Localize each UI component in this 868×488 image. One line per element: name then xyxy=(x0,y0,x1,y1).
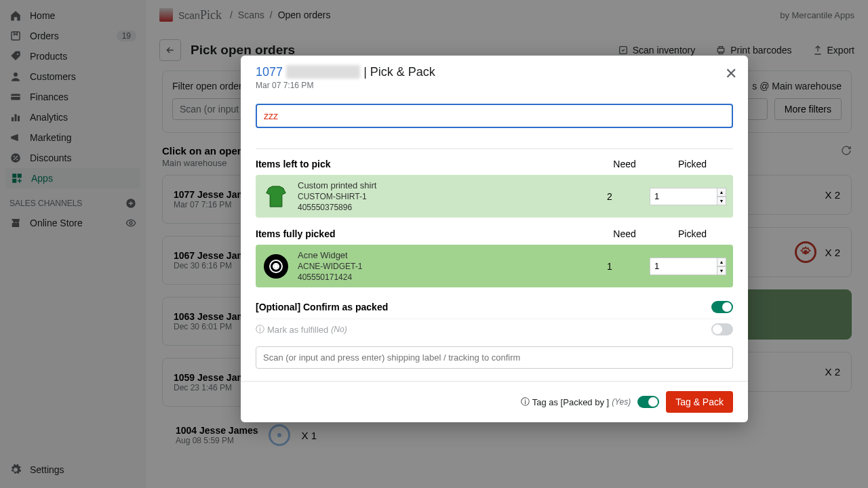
help-icon[interactable]: ⓘ xyxy=(521,396,530,408)
tag-packed-label: ⓘ Tag as [Packed by ] (Yes) xyxy=(521,396,631,408)
pick-pack-modal: 1077 Jesse James | Pick & Pack Mar 07 7:… xyxy=(241,56,748,422)
modal-title: 1077 Jesse James | Pick & Pack xyxy=(256,65,733,79)
step-down-icon[interactable]: ▼ xyxy=(717,197,726,205)
item-row: Acne Widget ACNE-WIDGET-1 405550171424 1… xyxy=(256,245,733,287)
mark-fulfilled-toggle[interactable] xyxy=(711,323,733,336)
modal-order-id[interactable]: 1077 xyxy=(256,65,283,79)
confirm-packed-toggle[interactable] xyxy=(711,301,733,313)
modal-scan-input[interactable] xyxy=(256,104,733,128)
tag-pack-button[interactable]: Tag & Pack xyxy=(666,391,733,413)
close-icon[interactable]: ✕ xyxy=(725,65,737,83)
step-up-icon[interactable]: ▲ xyxy=(717,188,726,197)
items-left-header: Items left to pick Need Picked xyxy=(256,159,733,169)
tracking-input[interactable] xyxy=(256,346,733,369)
confirm-packed-row: [Optional] Confirm as packed xyxy=(256,291,733,319)
need-value: 2 xyxy=(583,191,637,202)
need-value: 1 xyxy=(583,261,637,272)
modal-date: Mar 07 7:16 PM xyxy=(256,81,733,90)
help-icon[interactable]: ⓘ xyxy=(256,323,264,336)
items-picked-header: Items fully picked Need Picked xyxy=(256,228,733,239)
picked-input[interactable] xyxy=(650,188,717,205)
step-up-icon[interactable]: ▲ xyxy=(717,258,726,266)
item-row: Custom printed shirt CUSTOM-SHIRT-1 4055… xyxy=(256,175,733,218)
widget-icon xyxy=(262,253,290,280)
modal-customer-name: Jesse James xyxy=(286,65,360,79)
mark-fulfilled-row: ⓘ Mark as fulfilled (No) xyxy=(256,319,733,342)
step-down-icon[interactable]: ▼ xyxy=(717,266,726,275)
svg-point-22 xyxy=(274,264,278,268)
shirt-icon xyxy=(262,183,290,210)
picked-input[interactable] xyxy=(650,258,717,275)
tag-packed-toggle[interactable] xyxy=(637,396,659,408)
